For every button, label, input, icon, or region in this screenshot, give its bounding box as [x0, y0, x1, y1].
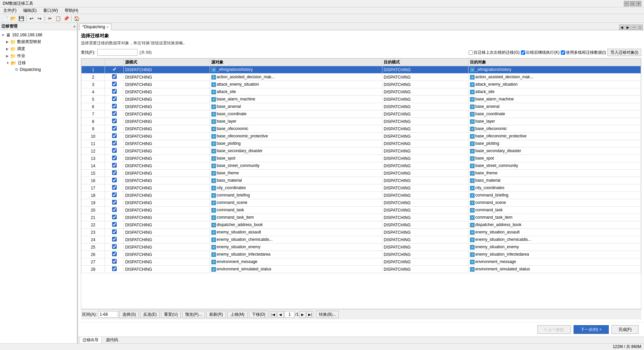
- table-row[interactable]: 12 DISPATCHING ≡base_secondary_disaster …: [82, 147, 641, 155]
- tab-scroll-left[interactable]: ◀: [619, 25, 625, 30]
- row-check[interactable]: [105, 74, 124, 81]
- row-checkbox[interactable]: [112, 156, 117, 160]
- finish-button[interactable]: 完成(F): [611, 325, 639, 334]
- table-row[interactable]: 18 DISPATCHING ≡command_briefing DISPATC…: [82, 192, 641, 199]
- select-btn[interactable]: 选择(S): [119, 311, 139, 318]
- table-row[interactable]: 9 DISPATCHING ≡base_ofeconomic DISPATCHI…: [82, 125, 641, 133]
- redo-button[interactable]: ↪: [36, 15, 43, 22]
- reset-btn[interactable]: 重置(U): [161, 311, 181, 318]
- table-row[interactable]: 23 DISPATCHING ≡enemy_situation_assault …: [82, 229, 641, 236]
- open-button[interactable]: 📂: [9, 15, 17, 22]
- table-row[interactable]: 4 DISPATCHING ≡attack_site DISPATCHING ≡…: [82, 88, 641, 96]
- option-only-error[interactable]: 仅迁移上次出错的迁移(G): [469, 50, 520, 55]
- row-checkbox[interactable]: [112, 259, 117, 264]
- row-check[interactable]: [105, 162, 124, 170]
- row-checkbox[interactable]: [112, 119, 117, 123]
- menu-window[interactable]: 窗口(W): [41, 7, 60, 14]
- row-check[interactable]: [105, 96, 124, 103]
- only-error-checkbox[interactable]: [469, 50, 473, 55]
- tab-scroll-right[interactable]: ▶: [625, 25, 631, 30]
- row-check[interactable]: [105, 155, 124, 162]
- row-checkbox[interactable]: [112, 207, 117, 212]
- restore-button[interactable]: □: [630, 1, 635, 6]
- expand-icon[interactable]: ▶: [6, 47, 9, 51]
- copy-button[interactable]: 📋: [54, 15, 62, 22]
- tab-maximize[interactable]: □: [637, 25, 643, 30]
- table-row[interactable]: 27 DISPATCHING ≡environment_message DISP…: [82, 258, 641, 266]
- row-checkbox[interactable]: [112, 126, 117, 131]
- undo-button[interactable]: ↩: [28, 15, 35, 22]
- import-button[interactable]: 导入迁移对象(I): [607, 49, 641, 56]
- cut-button[interactable]: ✂: [46, 15, 54, 22]
- table-row[interactable]: 19 DISPATCHING ≡command_scene DISPATCHIN…: [82, 199, 641, 207]
- row-check[interactable]: [105, 214, 124, 221]
- table-row[interactable]: 5 DISPATCHING ≡base_alarm_machine DISPAT…: [82, 96, 641, 103]
- home-button[interactable]: 🏠: [73, 15, 80, 22]
- row-checkbox[interactable]: [112, 200, 117, 205]
- table-row[interactable]: 14 DISPATCHING ≡base_street_community DI…: [82, 162, 641, 170]
- table-row[interactable]: 24 DISPATCHING ≡enemy_situation_chemical…: [82, 236, 641, 244]
- row-check[interactable]: [105, 184, 124, 192]
- option-multithread[interactable]: 使用多线程迁移数据(I): [561, 50, 606, 55]
- tree-item-job[interactable]: ▶ 📁 作业: [6, 52, 75, 59]
- row-check[interactable]: [105, 88, 124, 96]
- row-checkbox[interactable]: [112, 252, 117, 256]
- server-expand-icon[interactable]: ▼: [1, 33, 5, 37]
- expand-icon[interactable]: ▼: [6, 61, 9, 65]
- row-checkbox[interactable]: [112, 89, 117, 94]
- search-input[interactable]: [97, 49, 138, 56]
- table-row[interactable]: 8 DISPATCHING ≡base_layer DISPATCHING ≡b…: [82, 118, 641, 125]
- table-row[interactable]: 7 DISPATCHING ≡base_coordinate DISPATCHI…: [82, 111, 641, 118]
- bottom-tab-source[interactable]: 源代码: [103, 337, 121, 344]
- row-checkbox[interactable]: [112, 222, 117, 227]
- row-checkbox[interactable]: [112, 67, 117, 72]
- row-check[interactable]: [105, 118, 124, 125]
- row-checkbox[interactable]: [112, 141, 117, 145]
- table-row[interactable]: 11 DISPATCHING ≡base_plotting DISPATCHIN…: [82, 140, 641, 147]
- menu-edit[interactable]: 编辑(E): [21, 7, 39, 14]
- table-row[interactable]: 6 DISPATCHING ≡base_arsenal DISPATCHING …: [82, 103, 641, 111]
- menu-help[interactable]: 帮助(H): [63, 7, 80, 14]
- page-last-btn[interactable]: ▶|: [307, 311, 313, 318]
- row-checkbox[interactable]: [112, 178, 117, 182]
- next-button[interactable]: 下一步(N) >: [574, 325, 609, 334]
- row-checkbox[interactable]: [112, 266, 117, 271]
- multithread-checkbox[interactable]: [561, 50, 565, 55]
- page-prev-btn[interactable]: ◀: [277, 311, 284, 318]
- bottom-tab-guide[interactable]: 迁移向导: [79, 337, 102, 344]
- close-button[interactable]: ×: [636, 1, 641, 6]
- page-first-btn[interactable]: |◀: [270, 311, 276, 318]
- move-down-btn[interactable]: 下移(D): [249, 311, 269, 318]
- row-checkbox[interactable]: [112, 111, 117, 116]
- preview-btn[interactable]: 预览(P)...: [182, 311, 205, 318]
- tab-close-icon[interactable]: ×: [106, 25, 108, 29]
- page-next-btn[interactable]: ▶: [299, 311, 306, 318]
- row-checkbox[interactable]: [112, 237, 117, 242]
- option-continue-error[interactable]: 出错后继续执行(K): [521, 50, 559, 55]
- row-check[interactable]: [105, 244, 124, 251]
- row-checkbox[interactable]: [112, 148, 117, 153]
- row-checkbox[interactable]: [112, 104, 117, 108]
- row-check[interactable]: [105, 221, 124, 229]
- row-check[interactable]: [105, 251, 124, 258]
- table-row[interactable]: 2 DISPATCHING ≡action_assisted_decision_…: [82, 74, 641, 81]
- row-check[interactable]: [105, 266, 124, 273]
- row-checkbox[interactable]: [112, 82, 117, 86]
- prev-button[interactable]: < 上一步(I): [537, 325, 571, 334]
- row-check[interactable]: [105, 207, 124, 214]
- row-check[interactable]: [105, 199, 124, 207]
- row-checkbox[interactable]: [112, 229, 117, 234]
- tree-item-dispatching[interactable]: ▶ ⚙ Dispatching: [11, 67, 75, 73]
- row-check[interactable]: [105, 258, 124, 266]
- table-row[interactable]: 13 DISPATCHING ≡base_spot DISPATCHING ≡b…: [82, 155, 641, 162]
- row-checkbox[interactable]: [112, 244, 117, 249]
- refresh-btn[interactable]: 刷新(R): [206, 311, 226, 318]
- continue-error-checkbox[interactable]: [521, 50, 525, 55]
- table-row[interactable]: 25 DISPATCHING ≡enemy_situation_enemy DI…: [82, 244, 641, 251]
- new-button[interactable]: 📄: [1, 15, 9, 22]
- table-row[interactable]: 26 DISPATCHING ≡enemy_situation_infected…: [82, 251, 641, 258]
- row-checkbox[interactable]: [112, 192, 117, 197]
- table-row[interactable]: 10 DISPATCHING ≡base_ofeconomic_protecti…: [82, 133, 641, 140]
- deselect-btn[interactable]: 反选(E): [140, 311, 160, 318]
- row-check[interactable]: [105, 125, 124, 133]
